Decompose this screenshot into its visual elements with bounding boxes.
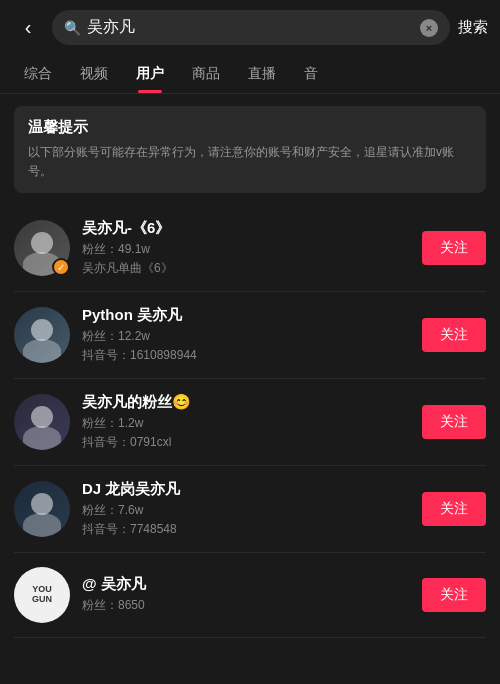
follow-button[interactable]: 关注 [422, 492, 486, 526]
user-fans: 粉丝：8650 [82, 597, 410, 614]
user-info: Python 吴亦凡 粉丝：12.2w 抖音号：1610898944 [82, 306, 410, 364]
avatar-head [31, 406, 53, 428]
tab-product[interactable]: 商品 [178, 55, 234, 93]
tab-bar: 综合 视频 用户 商品 直播 音 [0, 55, 500, 94]
user-name: 吴亦凡-《6》 [82, 219, 410, 238]
avatar-wrap [14, 307, 70, 363]
user-sub: 吴亦凡单曲《6》 [82, 260, 410, 277]
user-fans: 粉丝：12.2w [82, 328, 410, 345]
follow-button[interactable]: 关注 [422, 405, 486, 439]
user-info: DJ 龙岗吴亦凡 粉丝：7.6w 抖音号：7748548 [82, 480, 410, 538]
user-name: Python 吴亦凡 [82, 306, 410, 325]
avatar [14, 481, 70, 537]
tab-user[interactable]: 用户 [122, 55, 178, 93]
user-info: 吴亦凡的粉丝😊 粉丝：1.2w 抖音号：0791cxl [82, 393, 410, 451]
search-icon: 🔍 [64, 20, 81, 36]
user-name: @ 吴亦凡 [82, 575, 410, 594]
warning-box: 温馨提示 以下部分账号可能存在异常行为，请注意你的账号和财产安全，追星请认准加v… [14, 106, 486, 193]
clear-icon: × [426, 22, 432, 34]
user-item: DJ 龙岗吴亦凡 粉丝：7.6w 抖音号：7748548 关注 [14, 466, 486, 553]
user-info: 吴亦凡-《6》 粉丝：49.1w 吴亦凡单曲《6》 [82, 219, 410, 277]
user-name: 吴亦凡的粉丝😊 [82, 393, 410, 412]
search-input[interactable]: 吴亦凡 [87, 17, 414, 38]
follow-button[interactable]: 关注 [422, 231, 486, 265]
tab-video[interactable]: 视频 [66, 55, 122, 93]
follow-button[interactable]: 关注 [422, 578, 486, 612]
user-fans: 粉丝：1.2w [82, 415, 410, 432]
user-name: DJ 龙岗吴亦凡 [82, 480, 410, 499]
search-button[interactable]: 搜索 [458, 18, 488, 37]
avatar-wrap [14, 481, 70, 537]
user-item: 吴亦凡的粉丝😊 粉丝：1.2w 抖音号：0791cxl 关注 [14, 379, 486, 466]
avatar [14, 307, 70, 363]
user-sub: 抖音号：0791cxl [82, 434, 410, 451]
avatar: YOUGUN [14, 567, 70, 623]
avatar-body [23, 426, 61, 450]
back-icon: ‹ [25, 16, 32, 39]
user-fans: 粉丝：49.1w [82, 241, 410, 258]
user-item: ✓ 吴亦凡-《6》 粉丝：49.1w 吴亦凡单曲《6》 关注 [14, 205, 486, 292]
avatar-body [23, 513, 61, 537]
avatar-figure [14, 394, 70, 450]
verified-badge: ✓ [52, 258, 70, 276]
clear-button[interactable]: × [420, 19, 438, 37]
avatar-text: YOUGUN [32, 585, 52, 605]
user-item: Python 吴亦凡 粉丝：12.2w 抖音号：1610898944 关注 [14, 292, 486, 379]
tab-live[interactable]: 直播 [234, 55, 290, 93]
avatar-head [31, 493, 53, 515]
user-sub: 抖音号：1610898944 [82, 347, 410, 364]
avatar-figure [14, 481, 70, 537]
avatar-figure [14, 307, 70, 363]
avatar-wrap: YOUGUN [14, 567, 70, 623]
header: ‹ 🔍 吴亦凡 × 搜索 [0, 0, 500, 55]
warning-title: 温馨提示 [28, 118, 472, 137]
user-item: YOUGUN @ 吴亦凡 粉丝：8650 关注 [14, 553, 486, 638]
avatar-wrap [14, 394, 70, 450]
warning-text: 以下部分账号可能存在异常行为，请注意你的账号和财产安全，追星请认准加v账号。 [28, 143, 472, 181]
user-sub: 抖音号：7748548 [82, 521, 410, 538]
avatar [14, 394, 70, 450]
tab-music[interactable]: 音 [290, 55, 332, 93]
avatar-body [23, 339, 61, 363]
user-fans: 粉丝：7.6w [82, 502, 410, 519]
search-bar: 🔍 吴亦凡 × [52, 10, 450, 45]
avatar-head [31, 232, 53, 254]
back-button[interactable]: ‹ [12, 12, 44, 44]
user-list: ✓ 吴亦凡-《6》 粉丝：49.1w 吴亦凡单曲《6》 关注 Python 吴亦… [0, 205, 500, 638]
avatar-wrap: ✓ [14, 220, 70, 276]
avatar-head [31, 319, 53, 341]
user-info: @ 吴亦凡 粉丝：8650 [82, 575, 410, 616]
tab-comprehensive[interactable]: 综合 [10, 55, 66, 93]
follow-button[interactable]: 关注 [422, 318, 486, 352]
